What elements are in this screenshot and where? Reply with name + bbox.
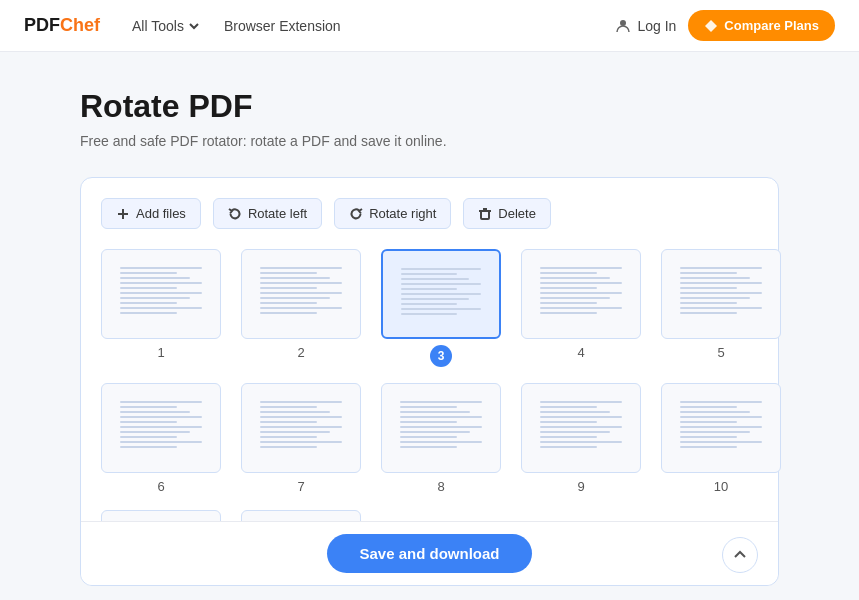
page-line	[260, 302, 318, 304]
page-line	[400, 416, 482, 418]
page-line	[680, 267, 762, 269]
page-line	[401, 308, 482, 310]
page-item-9[interactable]: 9	[521, 383, 641, 494]
compare-plans-button[interactable]: Compare Plans	[688, 10, 835, 41]
page-line	[401, 283, 482, 285]
page-line	[120, 272, 178, 274]
diamond-icon	[704, 19, 718, 33]
page-line	[260, 307, 342, 309]
page-thumb-8	[381, 383, 501, 473]
page-thumb-10	[661, 383, 781, 473]
login-button[interactable]: Log In	[615, 18, 676, 34]
nav-all-tools[interactable]: All Tools	[132, 18, 200, 34]
page-line	[680, 272, 738, 274]
page-line	[540, 292, 622, 294]
page-line	[540, 272, 598, 274]
page-item-3[interactable]: 3	[381, 249, 501, 367]
scroll-up-button[interactable]	[722, 537, 758, 573]
page-number-10: 10	[714, 479, 728, 494]
nav-browser-extension[interactable]: Browser Extension	[224, 18, 341, 34]
toolbar: Add files Rotate left Rotate right Delet…	[101, 198, 758, 229]
page-line	[680, 446, 738, 448]
page-line	[120, 416, 202, 418]
page-item-1[interactable]: 1	[101, 249, 221, 367]
page-item-7[interactable]: 7	[241, 383, 361, 494]
page-line	[540, 267, 622, 269]
page-line	[401, 298, 470, 300]
page-item-10[interactable]: 10	[661, 383, 781, 494]
page-line	[120, 401, 202, 403]
page-item-6[interactable]: 6	[101, 383, 221, 494]
page-line	[680, 431, 750, 433]
page-line	[680, 426, 762, 428]
page-number-4: 4	[577, 345, 584, 360]
page-item-5[interactable]: 5	[661, 249, 781, 367]
page-item-2[interactable]: 2	[241, 249, 361, 367]
page-line	[260, 416, 342, 418]
page-line	[540, 446, 598, 448]
rotate-left-icon	[228, 207, 242, 221]
page-line	[680, 292, 762, 294]
rotate-left-button[interactable]: Rotate left	[213, 198, 322, 229]
page-number-5: 5	[717, 345, 724, 360]
page-line	[120, 277, 190, 279]
user-icon	[615, 18, 631, 34]
page-line	[120, 297, 190, 299]
page-line	[680, 282, 762, 284]
rotate-right-icon	[349, 207, 363, 221]
page-line	[120, 436, 178, 438]
page-line	[120, 406, 178, 408]
save-download-button[interactable]: Save and download	[327, 534, 531, 573]
page-line	[680, 436, 738, 438]
page-thumb-2	[241, 249, 361, 339]
delete-button[interactable]: Delete	[463, 198, 551, 229]
page-thumb-7	[241, 383, 361, 473]
page-line	[540, 441, 622, 443]
page-line	[680, 401, 762, 403]
page-thumb-5	[661, 249, 781, 339]
page-item-8[interactable]: 8	[381, 383, 501, 494]
page-line	[260, 292, 342, 294]
page-number-7: 7	[297, 479, 304, 494]
page-line	[260, 277, 330, 279]
svg-marker-1	[705, 20, 717, 32]
page-line	[401, 278, 470, 280]
page-line	[120, 292, 202, 294]
page-line	[260, 421, 318, 423]
page-line	[400, 436, 458, 438]
page-line	[120, 282, 202, 284]
page-line	[260, 282, 342, 284]
page-line	[120, 446, 178, 448]
page-line	[120, 307, 202, 309]
page-line	[260, 431, 330, 433]
page-line	[680, 421, 738, 423]
page-body: Rotate PDF Free and safe PDF rotator: ro…	[0, 52, 859, 600]
page-line	[120, 426, 202, 428]
page-number-1: 1	[157, 345, 164, 360]
page-line	[680, 287, 738, 289]
page-line	[260, 436, 318, 438]
page-line	[540, 436, 598, 438]
page-line	[400, 426, 482, 428]
page-line	[400, 431, 470, 433]
page-line	[540, 277, 610, 279]
rotate-right-button[interactable]: Rotate right	[334, 198, 451, 229]
page-line	[260, 312, 318, 314]
page-line	[260, 406, 318, 408]
page-line	[260, 272, 318, 274]
header-right: Log In Compare Plans	[615, 10, 835, 41]
page-thumb-1	[101, 249, 221, 339]
page-line	[680, 297, 750, 299]
add-files-button[interactable]: Add files	[101, 198, 201, 229]
page-line	[401, 268, 482, 270]
page-line	[260, 267, 342, 269]
page-line	[680, 277, 750, 279]
page-line	[401, 273, 458, 275]
page-line	[120, 267, 202, 269]
page-item-4[interactable]: 4	[521, 249, 641, 367]
header: PDFChef All Tools Browser Extension Log …	[0, 0, 859, 52]
page-number-8: 8	[437, 479, 444, 494]
page-line	[540, 426, 622, 428]
page-line	[260, 401, 342, 403]
page-line	[120, 421, 178, 423]
